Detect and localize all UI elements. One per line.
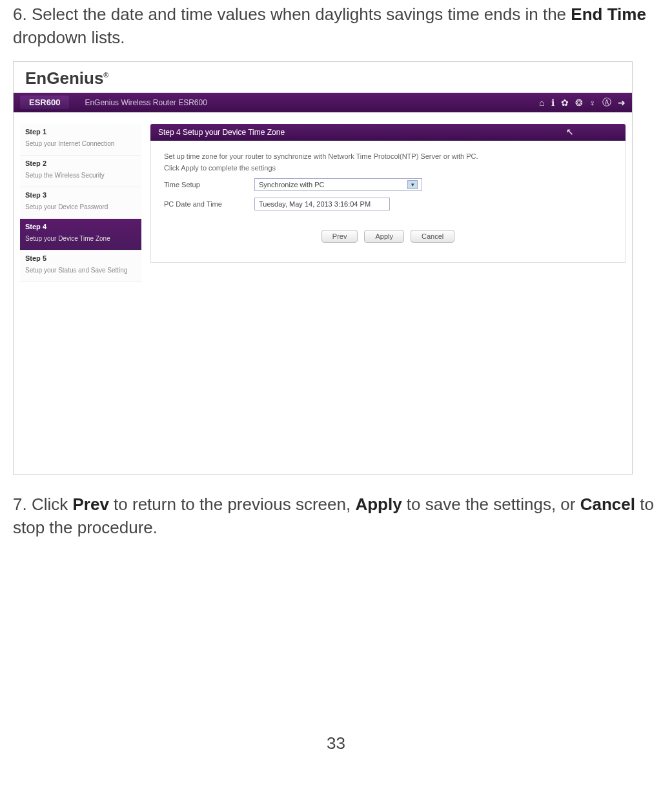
step-desc: Setup the Wireless Security [25, 172, 105, 179]
select-value: Synchronize with PC [259, 181, 325, 189]
apply-button[interactable]: Apply [364, 230, 404, 243]
panel-instruction-2: Click Apply to complete the settings [164, 164, 612, 172]
sidebar-step-3[interactable]: Step 3 Setup your Device Password [20, 187, 141, 219]
router-title: EnGenius Wireless Router ESR600 [85, 98, 539, 107]
panel-instruction-1: Set up time zone for your router to sync… [164, 152, 612, 160]
gear-icon[interactable]: ✿ [561, 97, 569, 108]
step-title: Step 3 [25, 191, 136, 199]
button-row: Prev Apply Cancel [164, 230, 612, 243]
step-desc: Setup your Internet Connection [25, 140, 114, 147]
step-desc: Setup your Device Password [25, 203, 108, 210]
time-setup-row: Time Setup Synchronize with PC ▾ [164, 178, 612, 191]
cancel-button[interactable]: Cancel [411, 230, 454, 243]
brand-logo: EnGenius® [25, 68, 108, 88]
pc-date-time-label: PC Date and Time [164, 200, 254, 208]
time-setup-label: Time Setup [164, 181, 254, 189]
step-title: Step 2 [25, 159, 136, 167]
chevron-down-icon: ▾ [407, 180, 418, 189]
logout-icon[interactable]: ➜ [618, 97, 626, 108]
help-icon[interactable]: ♀ [589, 97, 596, 108]
sidebar-step-5[interactable]: Step 5 Setup your Status and Save Settin… [20, 250, 141, 282]
instruction-step-6: 6. Select the date and time values when … [13, 3, 659, 50]
sidebar-step-2[interactable]: Step 2 Setup the Wireless Security [20, 156, 141, 187]
step-desc: Setup your Status and Save Setting [25, 267, 127, 274]
pc-date-time-row: PC Date and Time Tuesday, May 14, 2013 3… [164, 198, 612, 210]
home-icon[interactable]: ⌂ [539, 97, 544, 108]
topbar-icons: ⌂ ℹ ✿ ❂ ♀ Ⓐ ➜ [539, 97, 626, 108]
wizard-sidebar: Step 1 Setup your Internet Connection St… [20, 124, 141, 467]
model-badge: ESR600 [20, 96, 69, 109]
brand-bar: EnGenius® [14, 62, 632, 93]
time-setup-select[interactable]: Synchronize with PC ▾ [254, 178, 422, 191]
sidebar-step-1[interactable]: Step 1 Setup your Internet Connection [20, 124, 141, 156]
step-title: Step 1 [25, 128, 136, 136]
main-panel: Step 4 Setup your Device Time Zone ↖ Set… [141, 124, 626, 467]
input-value: Tuesday, May 14, 2013 3:16:04 PM [259, 200, 371, 208]
cursor-icon: ↖ [566, 127, 574, 137]
globe-icon[interactable]: ❂ [575, 97, 583, 108]
instruction-step-7: 7. Click Prev to return to the previous … [13, 493, 659, 540]
prev-button[interactable]: Prev [321, 230, 358, 243]
pc-date-time-input[interactable]: Tuesday, May 14, 2013 3:16:04 PM [254, 198, 390, 210]
page-number: 33 [13, 733, 659, 773]
top-nav-bar: ESR600 EnGenius Wireless Router ESR600 ⌂… [14, 93, 632, 112]
panel-header: Step 4 Setup your Device Time Zone ↖ [150, 124, 626, 141]
sidebar-step-4[interactable]: Step 4 Setup your Device Time Zone [20, 219, 141, 250]
info-icon[interactable]: ℹ [551, 97, 555, 108]
refresh-icon[interactable]: Ⓐ [602, 97, 611, 108]
panel-body: Set up time zone for your router to sync… [150, 141, 626, 263]
step-desc: Setup your Device Time Zone [25, 235, 110, 242]
step-title: Step 5 [25, 254, 136, 262]
step-title: Step 4 [25, 223, 136, 230]
router-ui-screenshot: EnGenius® ESR600 EnGenius Wireless Route… [13, 61, 633, 475]
